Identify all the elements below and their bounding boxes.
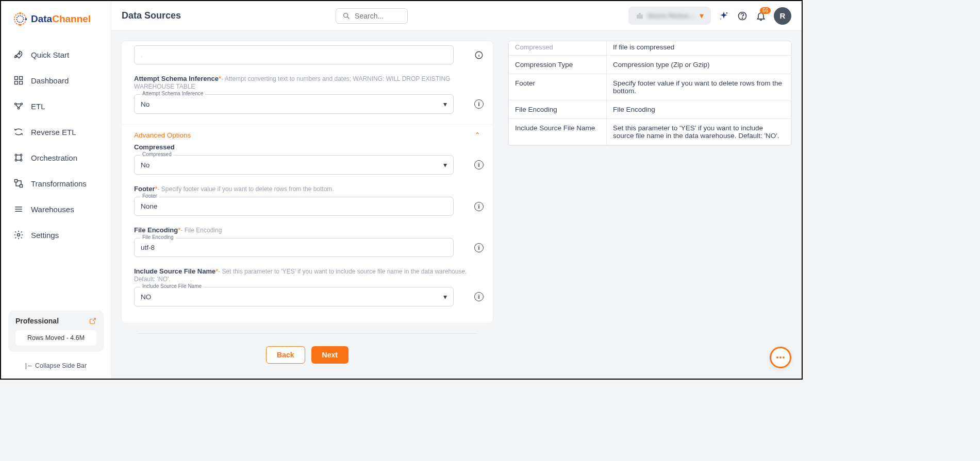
briefcase-icon <box>636 12 644 20</box>
info-icon[interactable] <box>474 50 484 60</box>
sparkle-icon[interactable] <box>718 10 729 22</box>
svg-point-26 <box>726 12 728 13</box>
help-val: Specify footer value if you want to dele… <box>607 74 791 100</box>
help-key: File Encoding <box>509 100 607 119</box>
transformations-icon <box>13 178 24 189</box>
include-src-select[interactable]: NO ▾ <box>134 287 454 306</box>
svg-point-4 <box>19 24 21 26</box>
nav-label: Orchestration <box>31 153 77 162</box>
svg-rect-6 <box>15 77 18 80</box>
chevron-up-icon: ⌄ <box>474 131 480 139</box>
help-val: File Encoding <box>607 100 791 119</box>
encoding-input[interactable] <box>134 238 454 257</box>
notification-badge: 66 <box>760 7 771 14</box>
dashboard-icon <box>13 75 24 86</box>
info-icon[interactable]: i <box>474 99 484 109</box>
svg-point-0 <box>14 13 26 25</box>
svg-rect-25 <box>637 14 643 19</box>
help-val: Compression type (Zip or Gzip) <box>607 56 791 74</box>
svg-rect-7 <box>20 77 23 80</box>
compressed-select[interactable]: No ▾ <box>134 155 454 175</box>
sidebar-item-transformations[interactable]: Transformations <box>8 171 104 196</box>
svg-point-27 <box>720 19 721 20</box>
avatar[interactable]: R <box>774 7 791 25</box>
page-title: Data Sources <box>122 10 181 21</box>
svg-point-23 <box>344 13 348 17</box>
back-button[interactable]: Back <box>266 346 305 364</box>
float-label: Footer <box>140 193 159 199</box>
svg-point-16 <box>20 159 22 161</box>
logo-text: DataChannel <box>31 13 91 25</box>
logo-icon <box>12 11 28 27</box>
info-icon[interactable]: i <box>474 202 484 211</box>
nav-label: Settings <box>31 231 59 240</box>
sidebar-item-settings[interactable]: Settings <box>8 223 104 247</box>
help-icon[interactable] <box>737 10 748 22</box>
svg-point-5 <box>19 53 20 55</box>
search-icon <box>342 12 351 20</box>
search-box[interactable] <box>336 8 408 24</box>
org-selector[interactable]: Demo Reduc... ▾ <box>628 7 711 25</box>
top-partial-input[interactable]: . <box>134 45 454 64</box>
svg-point-11 <box>21 103 22 105</box>
chat-bubble[interactable] <box>770 347 791 368</box>
sidebar-item-dashboard[interactable]: Dashboard <box>8 68 104 93</box>
svg-rect-8 <box>15 81 18 84</box>
sidebar-item-orchestration[interactable]: Orchestration <box>8 145 104 170</box>
nav-label: Dashboard <box>31 76 69 85</box>
plan-rows: Rows Moved - 4.6M <box>15 330 96 346</box>
external-link-icon[interactable] <box>89 317 96 325</box>
topbar: Data Sources Demo Reduc... ▾ <box>111 1 802 31</box>
nav-label: Quick Start <box>31 50 69 59</box>
sidebar-item-etl[interactable]: ETL <box>8 94 104 118</box>
form-card: . Attempt Schema Inference*- Attempt con… <box>122 41 493 323</box>
search-input[interactable] <box>355 12 401 20</box>
help-key: Compression Type <box>509 56 607 74</box>
plan-card: Professional Rows Moved - 4.6M <box>8 311 104 352</box>
info-icon[interactable]: i <box>474 292 484 301</box>
svg-line-24 <box>347 17 349 19</box>
svg-point-10 <box>15 103 16 105</box>
svg-point-29 <box>742 18 742 18</box>
next-button[interactable]: Next <box>311 346 348 364</box>
info-icon[interactable]: i <box>474 160 484 169</box>
chevron-down-icon: ▾ <box>443 293 447 301</box>
float-label: Include Source File Name <box>140 283 204 289</box>
help-key: Compressed <box>509 41 607 56</box>
sidebar-item-warehouses[interactable]: Warehouses <box>8 197 104 221</box>
info-icon[interactable]: i <box>474 243 484 252</box>
chat-icon <box>776 356 785 358</box>
bell-icon[interactable]: 66 <box>755 10 767 22</box>
schema-inference-label: Attempt Schema Inference*- Attempt conve… <box>134 75 480 90</box>
sidebar-item-reverse-etl[interactable]: Reverse ETL <box>8 119 104 144</box>
float-label: Compressed <box>140 151 174 157</box>
help-key: Footer <box>509 74 607 100</box>
footer-input[interactable] <box>134 197 454 216</box>
footer-label: Footer*- Specify footer value if you wan… <box>134 185 480 193</box>
collapse-sidebar[interactable]: |← Collapse Side Bar <box>8 358 104 373</box>
svg-rect-18 <box>20 185 23 187</box>
main-nav: Quick Start Dashboard ETL Reverse ETL Or… <box>8 42 104 311</box>
float-label: Attempt Schema Inference <box>140 91 205 96</box>
warehouses-icon <box>13 204 24 214</box>
sidebar: DataChannel Quick Start Dashboard ETL Re… <box>1 1 111 379</box>
compressed-label: Compressed <box>134 143 480 151</box>
nav-label: Reverse ETL <box>31 128 76 136</box>
help-val: Set this parameter to 'YES' if you want … <box>607 119 791 145</box>
help-val: If file is compressed <box>607 41 791 56</box>
sidebar-item-quickstart[interactable]: Quick Start <box>8 42 104 67</box>
advanced-options-toggle[interactable]: Advanced Options ⌄ <box>122 124 493 143</box>
svg-rect-9 <box>20 81 23 84</box>
schema-inference-select[interactable]: No ▾ <box>134 94 454 114</box>
chevron-down-icon: ▾ <box>443 161 447 169</box>
nav-label: Transformations <box>31 179 87 188</box>
etl-icon <box>13 101 24 111</box>
settings-icon <box>13 230 24 240</box>
svg-point-1 <box>16 15 23 22</box>
org-name: Demo Reduc... <box>648 12 694 20</box>
logo[interactable]: DataChannel <box>8 11 104 27</box>
svg-point-12 <box>18 108 19 109</box>
svg-point-14 <box>20 154 22 156</box>
rocket-icon <box>13 49 24 60</box>
plan-name: Professional <box>15 317 59 325</box>
